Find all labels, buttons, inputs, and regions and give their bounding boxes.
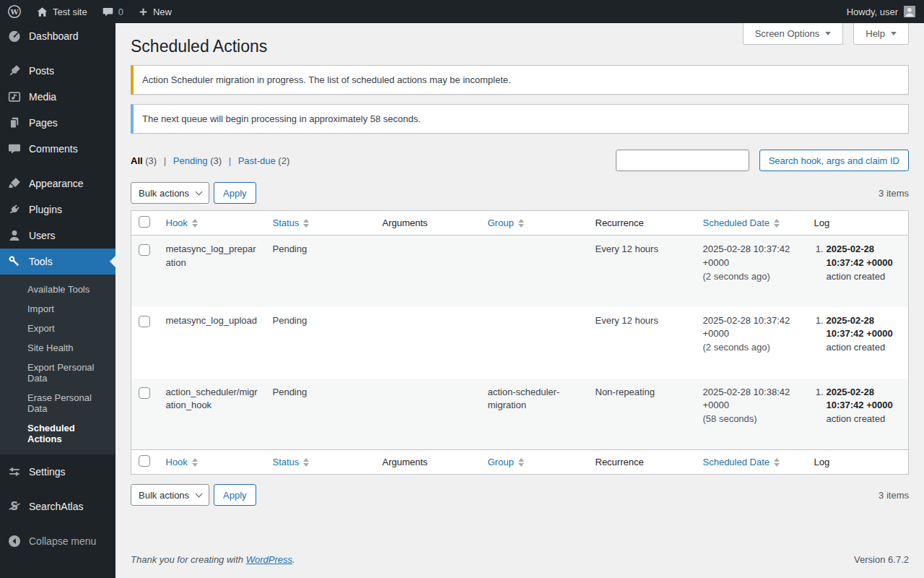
- select-all-checkbox[interactable]: [139, 216, 150, 228]
- menu-separator: [0, 49, 116, 58]
- row-checkbox[interactable]: [139, 316, 150, 327]
- column-header-hook[interactable]: Hook: [159, 211, 266, 236]
- sidebar-item-media[interactable]: Media: [0, 84, 116, 110]
- comments-count: 0: [118, 7, 123, 17]
- row-checkbox[interactable]: [139, 244, 150, 256]
- help-button[interactable]: Help: [853, 23, 909, 45]
- filter-past-due[interactable]: Past-due: [238, 155, 276, 166]
- sort-icon: [192, 458, 198, 467]
- table-footer-row: Hook Status Arguments Group Recurrence S…: [131, 450, 909, 475]
- cell-arguments: [375, 307, 481, 379]
- sidebar-item-searchatlas[interactable]: S SearchAtlas: [0, 493, 116, 519]
- column-header-arguments: Arguments: [375, 450, 481, 475]
- column-header-scheduled-date[interactable]: Scheduled Date: [696, 211, 807, 236]
- column-header-recurrence: Recurrence: [588, 211, 696, 236]
- cell-status: Pending: [266, 236, 375, 307]
- submenu-item-available-tools[interactable]: Available Tools: [0, 280, 116, 299]
- submenu-item-erase-personal-data[interactable]: Erase Personal Data: [0, 388, 116, 418]
- comment-bubble-icon: [102, 6, 114, 18]
- cell-log: 1. 2025-02-28 10:37:42 +0000 action crea…: [807, 379, 909, 450]
- cell-status: Pending: [266, 379, 375, 450]
- items-count: 3 items: [879, 490, 909, 501]
- home-icon: [36, 6, 48, 18]
- cell-arguments: [375, 236, 481, 307]
- table-row: action_scheduler/migration_hook Pending …: [131, 379, 909, 450]
- table-row: metasync_log_preparation Pending Every 1…: [131, 236, 909, 307]
- column-header-log: Log: [807, 211, 909, 236]
- submenu-item-scheduled-actions[interactable]: Scheduled Actions: [0, 418, 116, 449]
- footer-thanks-text: Thank you for creating with WordPress.: [131, 554, 295, 565]
- sliders-icon: [7, 465, 22, 479]
- sort-icon: [192, 219, 198, 228]
- chevron-down-icon: [891, 32, 897, 35]
- sidebar-item-appearance[interactable]: Appearance: [0, 171, 116, 197]
- comment-icon: [7, 142, 22, 156]
- cell-hook: action_scheduler/migration_hook: [159, 379, 266, 450]
- admin-footer: Thank you for creating with WordPress. V…: [131, 554, 909, 565]
- filter-all[interactable]: All: [131, 155, 143, 166]
- admin-bar-site-link[interactable]: Test site: [29, 0, 95, 23]
- sidebar-item-dashboard[interactable]: Dashboard: [0, 23, 116, 49]
- sidebar-item-settings[interactable]: Settings: [0, 459, 116, 485]
- sidebar-item-posts[interactable]: Posts: [0, 58, 116, 84]
- search-submit-button[interactable]: Search hook, args and claim ID: [759, 150, 909, 171]
- column-header-group[interactable]: Group: [481, 450, 588, 475]
- items-count: 3 items: [879, 188, 909, 199]
- scheduled-actions-table: Hook Status Arguments Group Recurrence S…: [131, 210, 909, 475]
- submenu-item-export[interactable]: Export: [0, 319, 116, 338]
- submenu-item-import[interactable]: Import: [0, 299, 116, 319]
- submenu-item-site-health[interactable]: Site Health: [0, 338, 116, 358]
- footer-version: Version 6.7.2: [854, 554, 909, 565]
- sort-icon: [303, 458, 309, 467]
- queue-notice: The next queue will begin processing in …: [131, 104, 909, 134]
- table-row: metasync_log_upload Pending Every 12 hou…: [131, 307, 909, 379]
- cell-group: [481, 307, 588, 379]
- column-header-scheduled-date[interactable]: Scheduled Date: [696, 450, 807, 475]
- sidebar-item-comments[interactable]: Comments: [0, 136, 116, 162]
- main-content: Screen Options Help Scheduled Actions Ac…: [116, 23, 924, 578]
- search-input[interactable]: [616, 150, 749, 171]
- screen-options-button[interactable]: Screen Options: [743, 23, 844, 45]
- column-header-status[interactable]: Status: [266, 211, 375, 236]
- cell-group: action-scheduler-migration: [481, 379, 588, 450]
- sort-icon: [518, 458, 524, 467]
- sidebar-item-users[interactable]: Users: [0, 223, 116, 249]
- cell-scheduled-date: 2025-02-28 10:38:42 +0000 (58 seconds): [696, 379, 807, 450]
- filter-pending[interactable]: Pending: [173, 155, 208, 166]
- admin-bar-my-account[interactable]: Howdy, user: [847, 6, 924, 17]
- cell-hook: metasync_log_preparation: [159, 236, 266, 307]
- wordpress-link[interactable]: WordPress: [246, 554, 292, 565]
- cell-log: 1. 2025-02-28 10:37:42 +0000 action crea…: [807, 307, 909, 379]
- wordpress-logo-menu[interactable]: W: [0, 0, 29, 23]
- sort-icon: [774, 219, 780, 228]
- migration-notice: Action Scheduler migration in progress. …: [131, 65, 909, 95]
- sidebar-item-plugins[interactable]: Plugins: [0, 197, 116, 223]
- cell-arguments: [375, 379, 481, 450]
- submenu-item-export-personal-data[interactable]: Export Personal Data: [0, 358, 116, 388]
- sidebar-item-tools[interactable]: Tools: [0, 249, 116, 275]
- select-all-checkbox[interactable]: [139, 455, 150, 467]
- chevron-down-icon: [196, 490, 203, 497]
- apply-button[interactable]: Apply: [214, 182, 256, 204]
- collapse-menu-button[interactable]: Collapse menu: [0, 528, 116, 554]
- admin-bar-comments[interactable]: 0: [95, 0, 131, 23]
- column-header-hook[interactable]: Hook: [159, 450, 266, 475]
- column-header-log: Log: [807, 450, 909, 475]
- sort-icon: [774, 458, 780, 467]
- cell-log: 1. 2025-02-28 10:37:42 +0000 action crea…: [807, 236, 909, 307]
- bulk-actions-select[interactable]: Bulk actions: [131, 182, 209, 204]
- pages-icon: [7, 116, 22, 130]
- bulk-actions-select[interactable]: Bulk actions: [131, 484, 209, 506]
- wrench-icon: [7, 254, 22, 269]
- column-header-status[interactable]: Status: [266, 450, 375, 475]
- apply-button[interactable]: Apply: [214, 484, 256, 506]
- cell-recurrence: Every 12 hours: [588, 236, 696, 307]
- media-icon: [7, 90, 22, 104]
- column-header-group[interactable]: Group: [481, 211, 588, 236]
- admin-sidebar: Dashboard Posts Media: [0, 23, 116, 578]
- pushpin-icon: [7, 64, 22, 78]
- row-checkbox[interactable]: [139, 387, 150, 399]
- admin-bar-new[interactable]: New: [131, 0, 179, 23]
- sidebar-item-pages[interactable]: Pages: [0, 110, 116, 136]
- admin-bar: W Test site 0: [0, 0, 924, 23]
